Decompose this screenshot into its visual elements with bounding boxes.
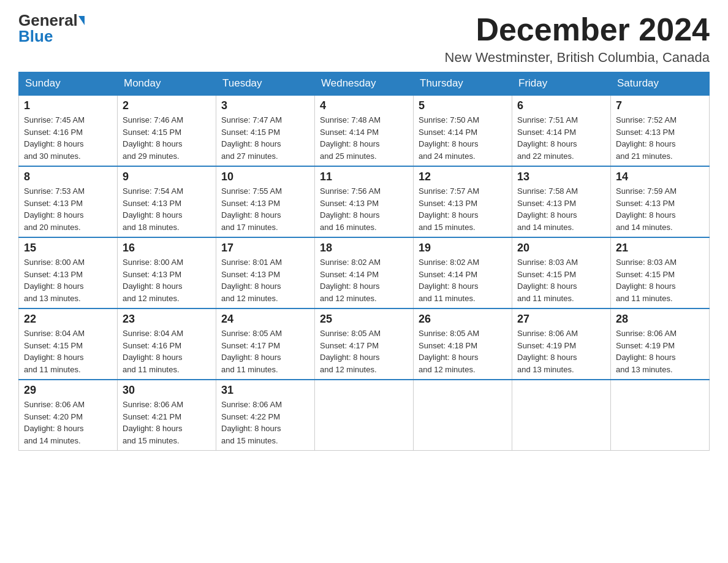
day-number: 2	[123, 99, 211, 112]
day-info: Sunrise: 7:57 AMSunset: 4:13 PMDaylight:…	[419, 185, 507, 233]
day-info: Sunrise: 8:04 AMSunset: 4:16 PMDaylight:…	[123, 327, 211, 375]
calendar-cell: 24Sunrise: 8:05 AMSunset: 4:17 PMDayligh…	[216, 308, 315, 380]
calendar-cell: 11Sunrise: 7:56 AMSunset: 4:13 PMDayligh…	[315, 166, 414, 237]
calendar-week-row: 8Sunrise: 7:53 AMSunset: 4:13 PMDaylight…	[19, 166, 710, 237]
calendar-cell: 12Sunrise: 7:57 AMSunset: 4:13 PMDayligh…	[414, 166, 512, 237]
day-number: 22	[24, 313, 112, 326]
calendar-cell: 29Sunrise: 8:06 AMSunset: 4:20 PMDayligh…	[19, 380, 118, 451]
day-number: 15	[24, 242, 112, 255]
day-info: Sunrise: 8:05 AMSunset: 4:17 PMDaylight:…	[320, 327, 408, 375]
day-number: 29	[24, 384, 112, 397]
calendar-cell: 13Sunrise: 7:58 AMSunset: 4:13 PMDayligh…	[512, 166, 611, 237]
col-header-monday: Monday	[118, 72, 216, 96]
calendar-cell: 26Sunrise: 8:05 AMSunset: 4:18 PMDayligh…	[414, 308, 512, 380]
day-number: 25	[320, 313, 408, 326]
calendar-cell: 27Sunrise: 8:06 AMSunset: 4:19 PMDayligh…	[512, 308, 611, 380]
col-header-wednesday: Wednesday	[315, 72, 414, 96]
day-info: Sunrise: 8:00 AMSunset: 4:13 PMDaylight:…	[24, 256, 112, 304]
calendar-cell: 22Sunrise: 8:04 AMSunset: 4:15 PMDayligh…	[19, 308, 118, 380]
calendar-cell: 6Sunrise: 7:51 AMSunset: 4:14 PMDaylight…	[512, 95, 611, 166]
day-number: 23	[123, 313, 211, 326]
logo-general: General	[18, 12, 78, 28]
calendar-cell: 17Sunrise: 8:01 AMSunset: 4:13 PMDayligh…	[216, 237, 315, 308]
day-info: Sunrise: 7:45 AMSunset: 4:16 PMDaylight:…	[24, 114, 112, 162]
day-info: Sunrise: 8:05 AMSunset: 4:17 PMDaylight:…	[221, 327, 309, 375]
day-number: 8	[24, 170, 112, 183]
calendar-week-row: 22Sunrise: 8:04 AMSunset: 4:15 PMDayligh…	[19, 308, 710, 380]
calendar-cell: 15Sunrise: 8:00 AMSunset: 4:13 PMDayligh…	[19, 237, 118, 308]
day-info: Sunrise: 8:03 AMSunset: 4:15 PMDaylight:…	[616, 256, 704, 304]
day-number: 1	[24, 99, 112, 112]
day-info: Sunrise: 7:56 AMSunset: 4:13 PMDaylight:…	[320, 185, 408, 233]
calendar-cell: 18Sunrise: 8:02 AMSunset: 4:14 PMDayligh…	[315, 237, 414, 308]
day-info: Sunrise: 8:06 AMSunset: 4:19 PMDaylight:…	[616, 327, 704, 375]
calendar-cell: 16Sunrise: 8:00 AMSunset: 4:13 PMDayligh…	[118, 237, 216, 308]
day-number: 28	[616, 313, 704, 326]
day-number: 31	[221, 384, 309, 397]
day-info: Sunrise: 7:59 AMSunset: 4:13 PMDaylight:…	[616, 185, 704, 233]
calendar-cell: 1Sunrise: 7:45 AMSunset: 4:16 PMDaylight…	[19, 95, 118, 166]
page-header: General Blue December 2024 New Westminst…	[18, 12, 710, 66]
calendar-cell: 28Sunrise: 8:06 AMSunset: 4:19 PMDayligh…	[611, 308, 710, 380]
calendar-header-row: SundayMondayTuesdayWednesdayThursdayFrid…	[19, 72, 710, 96]
calendar-table: SundayMondayTuesdayWednesdayThursdayFrid…	[18, 72, 710, 451]
calendar-cell: 9Sunrise: 7:54 AMSunset: 4:13 PMDaylight…	[118, 166, 216, 237]
calendar-cell: 31Sunrise: 8:06 AMSunset: 4:22 PMDayligh…	[216, 380, 315, 451]
day-number: 24	[221, 313, 309, 326]
calendar-cell: 7Sunrise: 7:52 AMSunset: 4:13 PMDaylight…	[611, 95, 710, 166]
calendar-cell	[611, 380, 710, 451]
day-info: Sunrise: 7:58 AMSunset: 4:13 PMDaylight:…	[517, 185, 605, 233]
day-number: 14	[616, 170, 704, 183]
day-number: 30	[123, 384, 211, 397]
calendar-cell: 8Sunrise: 7:53 AMSunset: 4:13 PMDaylight…	[19, 166, 118, 237]
calendar-cell	[315, 380, 414, 451]
calendar-cell: 4Sunrise: 7:48 AMSunset: 4:14 PMDaylight…	[315, 95, 414, 166]
day-info: Sunrise: 7:47 AMSunset: 4:15 PMDaylight:…	[221, 114, 309, 162]
calendar-cell	[414, 380, 512, 451]
day-info: Sunrise: 8:06 AMSunset: 4:20 PMDaylight:…	[24, 399, 112, 446]
day-number: 7	[616, 99, 704, 112]
day-number: 5	[419, 99, 507, 112]
day-info: Sunrise: 8:05 AMSunset: 4:18 PMDaylight:…	[419, 327, 507, 375]
day-number: 19	[419, 242, 507, 255]
day-number: 13	[517, 170, 605, 183]
calendar-cell: 2Sunrise: 7:46 AMSunset: 4:15 PMDaylight…	[118, 95, 216, 166]
day-info: Sunrise: 8:01 AMSunset: 4:13 PMDaylight:…	[221, 256, 309, 304]
calendar-cell: 10Sunrise: 7:55 AMSunset: 4:13 PMDayligh…	[216, 166, 315, 237]
day-number: 12	[419, 170, 507, 183]
day-number: 11	[320, 170, 408, 183]
calendar-cell: 5Sunrise: 7:50 AMSunset: 4:14 PMDaylight…	[414, 95, 512, 166]
calendar-cell: 3Sunrise: 7:47 AMSunset: 4:15 PMDaylight…	[216, 95, 315, 166]
day-number: 20	[517, 242, 605, 255]
day-info: Sunrise: 8:06 AMSunset: 4:22 PMDaylight:…	[221, 399, 309, 446]
day-info: Sunrise: 8:02 AMSunset: 4:14 PMDaylight:…	[320, 256, 408, 304]
day-info: Sunrise: 8:06 AMSunset: 4:21 PMDaylight:…	[123, 399, 211, 446]
day-info: Sunrise: 7:53 AMSunset: 4:13 PMDaylight:…	[24, 185, 112, 233]
day-number: 4	[320, 99, 408, 112]
calendar-cell: 20Sunrise: 8:03 AMSunset: 4:15 PMDayligh…	[512, 237, 611, 308]
day-info: Sunrise: 8:03 AMSunset: 4:15 PMDaylight:…	[517, 256, 605, 304]
day-info: Sunrise: 8:04 AMSunset: 4:15 PMDaylight:…	[24, 327, 112, 375]
calendar-week-row: 29Sunrise: 8:06 AMSunset: 4:20 PMDayligh…	[19, 380, 710, 451]
logo: General Blue	[18, 12, 85, 44]
day-number: 26	[419, 313, 507, 326]
calendar-cell: 30Sunrise: 8:06 AMSunset: 4:21 PMDayligh…	[118, 380, 216, 451]
col-header-sunday: Sunday	[19, 72, 118, 96]
calendar-title: December 2024	[445, 12, 710, 47]
day-info: Sunrise: 8:00 AMSunset: 4:13 PMDaylight:…	[123, 256, 211, 304]
day-info: Sunrise: 7:51 AMSunset: 4:14 PMDaylight:…	[517, 114, 605, 162]
col-header-saturday: Saturday	[611, 72, 710, 96]
calendar-week-row: 1Sunrise: 7:45 AMSunset: 4:16 PMDaylight…	[19, 95, 710, 166]
day-number: 9	[123, 170, 211, 183]
day-info: Sunrise: 8:06 AMSunset: 4:19 PMDaylight:…	[517, 327, 605, 375]
calendar-week-row: 15Sunrise: 8:00 AMSunset: 4:13 PMDayligh…	[19, 237, 710, 308]
day-number: 3	[221, 99, 309, 112]
col-header-friday: Friday	[512, 72, 611, 96]
day-number: 16	[123, 242, 211, 255]
calendar-cell	[512, 380, 611, 451]
day-info: Sunrise: 7:46 AMSunset: 4:15 PMDaylight:…	[123, 114, 211, 162]
calendar-cell: 14Sunrise: 7:59 AMSunset: 4:13 PMDayligh…	[611, 166, 710, 237]
logo-blue: Blue	[18, 28, 53, 44]
day-info: Sunrise: 7:55 AMSunset: 4:13 PMDaylight:…	[221, 185, 309, 233]
col-header-thursday: Thursday	[414, 72, 512, 96]
